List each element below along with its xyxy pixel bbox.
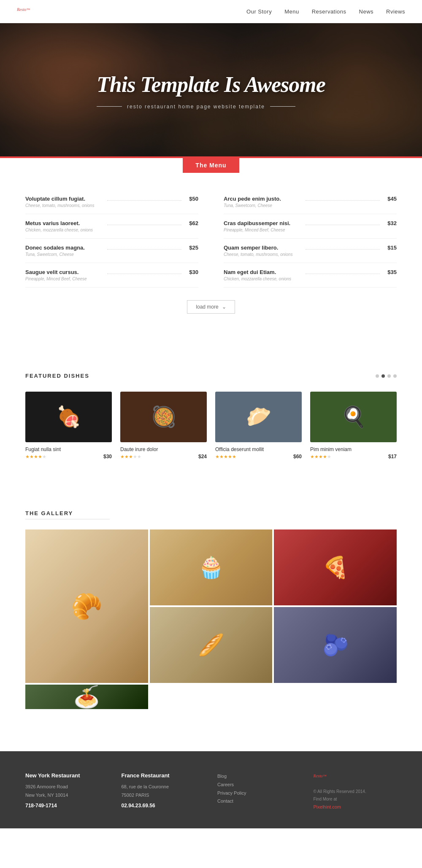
hero-red-bar [0, 156, 422, 158]
gallery-cell-berries[interactable]: 🫐 [274, 607, 397, 683]
dish-card: 🍖 Fugiat nulla sint ★★★★★ $30 [25, 392, 112, 460]
menu-item-price: $62 [189, 220, 198, 226]
menu-item-desc: Chicken, mozzarella cheese, onions [25, 228, 100, 232]
carousel-dot[interactable] [393, 374, 397, 378]
gallery-cell-pasta[interactable]: 🍝 [25, 685, 148, 709]
nav-our-story[interactable]: Our Story [246, 8, 272, 15]
carousel-dot-active[interactable] [381, 374, 385, 378]
dish-image: 🍳 [310, 392, 397, 442]
footer-link-privacy[interactable]: Privacy Policy [217, 789, 301, 798]
menu-item-desc: Cheese, tomato, mushrooms, onions [224, 252, 298, 257]
nav-news[interactable]: News [359, 8, 374, 15]
footer-col-france: France Restaurant 68, rue de la Couronne… [122, 772, 205, 812]
footer-col-title: New York Restaurant [25, 772, 109, 779]
menu-item-price: $35 [387, 269, 397, 275]
menu-item-desc: Chicken, mozzarella cheese, onions [224, 277, 298, 281]
menu-item: Quam semper libero. Cheese, tomato, mush… [224, 239, 397, 263]
carousel-dot[interactable] [387, 374, 391, 378]
gallery-cell-pastries[interactable]: 🥐 [25, 529, 148, 683]
menu-item-dots [306, 225, 380, 225]
menu-item-dots [306, 249, 380, 250]
menu-item-dots [306, 200, 380, 201]
dish-price: $17 [388, 454, 397, 460]
menu-item-dots [107, 200, 181, 201]
site-footer: New York Restaurant 3926 Anmoore RoadNew… [0, 751, 422, 828]
menu-item-price: $45 [387, 196, 397, 202]
footer-logo: Resto™ [314, 772, 397, 784]
dish-price: $24 [198, 454, 207, 460]
footer-copyright: © All Rights Reserved 2014. Find More at… [314, 788, 397, 812]
hero-content: This Template Is Awesome resto restauran… [97, 72, 325, 110]
hero-title: This Template Is Awesome [97, 72, 325, 97]
gallery-cell-buns[interactable]: 🧁 [150, 529, 273, 605]
load-more-button[interactable]: load more ⌄ [187, 300, 235, 314]
menu-item-name: Metus varius laoreet. [25, 220, 100, 226]
menu-item-dots [107, 225, 181, 225]
footer-col-links: Blog Careers Privacy Policy Contact [217, 772, 301, 812]
gallery-divider [25, 519, 110, 519]
menu-item-price: $15 [387, 245, 397, 251]
gallery-cell-breadsticks[interactable]: 🥖 [150, 607, 273, 683]
dishes-grid: 🍖 Fugiat nulla sint ★★★★★ $30 🥘 Daute ir… [25, 392, 397, 460]
menu-item: Cras dapibussemper nisi. Pineapple, Minc… [224, 214, 397, 239]
chevron-down-icon: ⌄ [222, 304, 226, 310]
nav-reviews[interactable]: Rviews [386, 8, 405, 15]
gallery-section: THE GALLERY 🥐 🧁 🍕 🥖 🫐 🍝 [0, 493, 422, 726]
featured-header: FEATURED DISHES [25, 373, 397, 379]
dish-image: 🥘 [120, 392, 207, 442]
menu-item: Voluptate cillum fugiat. Cheese, tomato,… [25, 190, 198, 214]
footer-phone: 02.94.23.69.56 [122, 801, 205, 811]
dish-stars: ★★★★★ [120, 454, 158, 460]
menu-item-desc: Tuna, Sweetcorn, Cheese [25, 252, 100, 257]
dish-card: 🥟 Officia deserunt mollit ★★★★★ $60 [215, 392, 302, 460]
carousel-dots [376, 374, 397, 378]
dish-name: Officia deserunt mollit [215, 446, 264, 452]
menu-badge: The Menu [183, 158, 239, 173]
menu-item-desc: Pineapple, Minced Beef, Cheese [224, 228, 298, 232]
logo[interactable]: Resto™ [17, 6, 30, 17]
menu-item-name: Voluptate cillum fugiat. [25, 196, 100, 202]
dish-card: 🍳 Pim minim veniam ★★★★★ $17 [310, 392, 397, 460]
gallery-cell-pizza[interactable]: 🍕 [274, 529, 397, 605]
menu-item-price: $30 [189, 269, 198, 275]
menu-item-name: Nam eget dui Etiam. [224, 269, 298, 275]
dish-image: 🍖 [25, 392, 112, 442]
dish-stars: ★★★★★ [25, 454, 61, 460]
menu-item: Donec sodales magna. Tuna, Sweetcorn, Ch… [25, 239, 198, 263]
dish-name: Fugiat nulla sint [25, 446, 61, 452]
site-header: Resto™ Our Story Menu Reservations News … [0, 0, 422, 23]
gallery-grid: 🥐 🧁 🍕 🥖 🫐 🍝 [25, 529, 397, 709]
menu-item-name: Saugue velit cursus. [25, 269, 100, 275]
carousel-dot[interactable] [376, 374, 379, 378]
menu-item-desc: Pineapple, Minced Beef, Cheese [25, 277, 100, 281]
footer-link-blog[interactable]: Blog [217, 772, 301, 781]
menu-item-dots [107, 274, 181, 274]
dish-image: 🥟 [215, 392, 302, 442]
nav-reservations[interactable]: Reservations [312, 8, 346, 15]
hero-subtitle: resto restaurant home page website templ… [97, 104, 325, 110]
dish-stars: ★★★★★ [310, 454, 352, 460]
footer-col-brand: Resto™ © All Rights Reserved 2014. Find … [314, 772, 397, 812]
dish-name: Daute irure dolor [120, 446, 158, 452]
footer-address: 3926 Anmoore RoadNew York, NY 10014 [25, 783, 109, 800]
featured-title: FEATURED DISHES [25, 373, 89, 379]
menu-item-dots [107, 249, 181, 250]
dish-stars: ★★★★★ [215, 454, 264, 460]
menu-item-desc: Tuna, Sweetcorn, Cheese [224, 203, 298, 208]
menu-item-price: $25 [189, 245, 198, 251]
hero-section: This Template Is Awesome resto restauran… [0, 23, 422, 158]
gallery-title: THE GALLERY [25, 510, 397, 516]
menu-item-dots [306, 274, 380, 274]
footer-link-careers[interactable]: Careers [217, 781, 301, 789]
menu-item-name: Cras dapibussemper nisi. [224, 220, 298, 226]
featured-section: FEATURED DISHES 🍖 Fugiat nulla sint ★★★★… [0, 356, 422, 476]
footer-pixelhint-link[interactable]: Pixelhint.com [314, 803, 397, 812]
menu-badge-wrap: The Menu [25, 158, 397, 173]
footer-link-contact[interactable]: Contact [217, 797, 301, 806]
footer-address: 68, rue de la Couronne75002 PARIS [122, 783, 205, 800]
main-nav: Our Story Menu Reservations News Rviews [246, 8, 405, 15]
menu-item: Nam eget dui Etiam. Chicken, mozzarella … [224, 263, 397, 288]
nav-menu[interactable]: Menu [284, 8, 299, 15]
menu-item-price: $50 [189, 196, 198, 202]
menu-item: Saugue velit cursus. Pineapple, Minced B… [25, 263, 198, 288]
